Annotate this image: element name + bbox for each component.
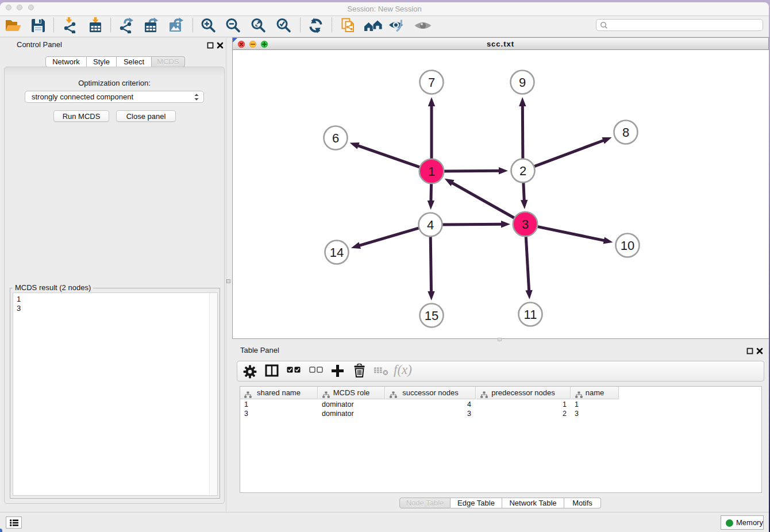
svg-text:1: 1 — [428, 164, 435, 179]
svg-text:4: 4 — [427, 218, 434, 232]
svg-text:7: 7 — [428, 75, 435, 90]
svg-text:3: 3 — [522, 217, 529, 232]
svg-text:15: 15 — [425, 309, 438, 323]
svg-text:9: 9 — [519, 75, 526, 90]
svg-text:10: 10 — [621, 238, 634, 253]
svg-text:2: 2 — [519, 164, 526, 178]
svg-text:11: 11 — [524, 307, 537, 322]
svg-text:8: 8 — [622, 125, 629, 140]
svg-text:6: 6 — [332, 131, 339, 145]
svg-text:14: 14 — [330, 245, 344, 260]
